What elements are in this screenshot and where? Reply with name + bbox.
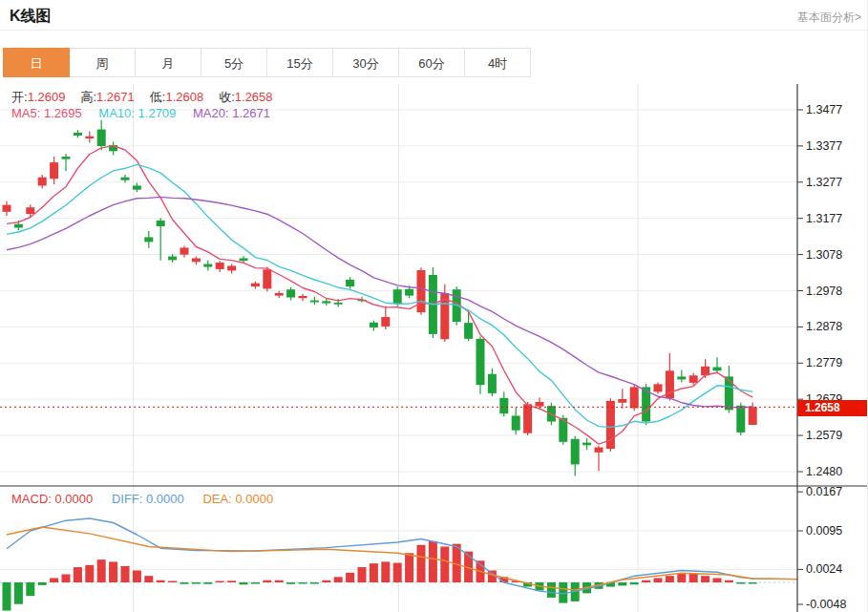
price-axis-label: 1.2978 (806, 285, 842, 298)
period-tab-15min[interactable]: 15分 (266, 48, 333, 77)
price-axis-label: 1.3078 (806, 248, 842, 262)
low-label: 低: (150, 90, 166, 104)
ma20-line (7, 197, 752, 408)
macd-axis-labels: 0.01670.00950.0024-0.0048 (797, 485, 846, 611)
high-value: 1.2671 (96, 90, 135, 104)
period-tab-day[interactable]: 日 (3, 48, 70, 77)
price-axis-label: 1.3177 (806, 212, 842, 225)
macd-axis-label: 0.0167 (806, 485, 842, 498)
close-value: 1.2658 (235, 90, 273, 104)
period-tab-month[interactable]: 月 (135, 48, 201, 77)
macd-value-readout: MACD: 0.0000 (11, 492, 93, 506)
open-label: 开: (11, 90, 28, 104)
price-axis-label: 1.2878 (806, 320, 842, 333)
macd-readout: MACD: 0.0000 DIFF: 0.0000 DEA: 0.0000 (11, 492, 288, 506)
kline-page: K线图 基本面分析> 日周月5分15分30分60分4时 1.34771.3377… (0, 0, 868, 612)
ohlc-readout: 开:1.2609高:1.2671低:1.2608收:1.2658 (11, 89, 288, 106)
grid-layer (0, 84, 797, 612)
low-value: 1.2608 (165, 90, 203, 104)
high-label: 高: (80, 90, 96, 104)
macd-axis-label: -0.0048 (806, 598, 846, 611)
price-axis-label: 1.2779 (806, 356, 842, 369)
price-axis-label: 1.3277 (806, 176, 842, 189)
dea-value-readout: DEA: 0.0000 (202, 492, 273, 506)
page-header: K线图 基本面分析> (0, 0, 867, 31)
ma-readout: MA5: 1.2695 MA10: 1.2709 MA20: 1.2671 (11, 106, 284, 120)
period-tab-60min[interactable]: 60分 (398, 48, 465, 77)
price-axis-label: 1.2579 (806, 429, 842, 442)
macd-axis-label: 0.0095 (806, 524, 842, 538)
ma10-readout: MA10: 1.2709 (98, 106, 176, 120)
period-tabs: 日周月5分15分30分60分4时 (4, 48, 531, 77)
diff-value-readout: DIFF: 0.0000 (112, 492, 184, 506)
ma20-readout: MA20: 1.2671 (193, 106, 270, 120)
axes-layer (0, 84, 868, 612)
period-tab-week[interactable]: 周 (69, 48, 136, 77)
fundamental-analysis-link[interactable]: 基本面分析> (797, 10, 861, 26)
ma5-readout: MA5: 1.2695 (11, 106, 82, 120)
page-title: K线图 (10, 7, 52, 27)
price-axis-label: 1.3377 (806, 139, 842, 153)
period-tab-4hour[interactable]: 4时 (464, 48, 531, 77)
price-axis-labels: 1.34771.33771.32771.31771.30781.29781.28… (797, 103, 842, 478)
period-tab-5min[interactable]: 5分 (201, 48, 267, 77)
last-price-tag: 1.2658 (797, 400, 868, 416)
open-value: 1.2609 (28, 90, 66, 104)
price-axis-label: 1.2480 (806, 465, 842, 478)
period-tab-30min[interactable]: 30分 (332, 48, 399, 77)
macd-axis-label: 0.0024 (806, 562, 842, 576)
close-label: 收: (219, 90, 235, 104)
price-axis-label: 1.3477 (806, 103, 842, 116)
